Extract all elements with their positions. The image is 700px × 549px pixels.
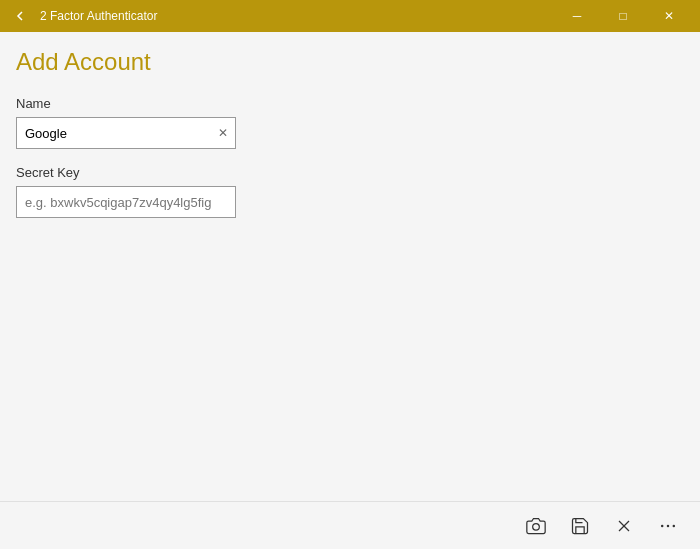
svg-point-3 [661, 524, 664, 527]
secret-key-field-group: Secret Key [16, 165, 684, 218]
save-icon [570, 516, 590, 536]
app-window: 2 Factor Authenticator ─ □ ✕ Add Account… [0, 0, 700, 549]
cancel-button[interactable] [604, 506, 644, 546]
window-controls: ─ □ ✕ [554, 0, 692, 32]
camera-icon [526, 516, 546, 536]
page-title: Add Account [16, 48, 684, 76]
camera-button[interactable] [516, 506, 556, 546]
cancel-icon [614, 516, 634, 536]
secret-key-label: Secret Key [16, 165, 684, 180]
clear-name-button[interactable]: ✕ [214, 124, 232, 142]
close-button[interactable]: ✕ [646, 0, 692, 32]
page-content: Add Account Name ✕ Secret Key [0, 32, 700, 501]
clear-icon: ✕ [218, 126, 228, 140]
svg-point-4 [667, 524, 670, 527]
more-button[interactable] [648, 506, 688, 546]
name-field-group: Name ✕ [16, 96, 684, 149]
save-button[interactable] [560, 506, 600, 546]
minimize-button[interactable]: ─ [554, 0, 600, 32]
title-bar-left: 2 Factor Authenticator [8, 8, 157, 24]
maximize-button[interactable]: □ [600, 0, 646, 32]
secret-key-input[interactable] [16, 186, 236, 218]
title-bar: 2 Factor Authenticator ─ □ ✕ [0, 0, 700, 32]
more-icon [658, 516, 678, 536]
bottom-toolbar [0, 501, 700, 549]
window-title: 2 Factor Authenticator [40, 9, 157, 23]
svg-point-0 [533, 523, 540, 530]
back-button[interactable] [8, 8, 32, 24]
svg-point-5 [673, 524, 676, 527]
name-input-wrapper: ✕ [16, 117, 236, 149]
name-label: Name [16, 96, 684, 111]
name-input[interactable] [16, 117, 236, 149]
